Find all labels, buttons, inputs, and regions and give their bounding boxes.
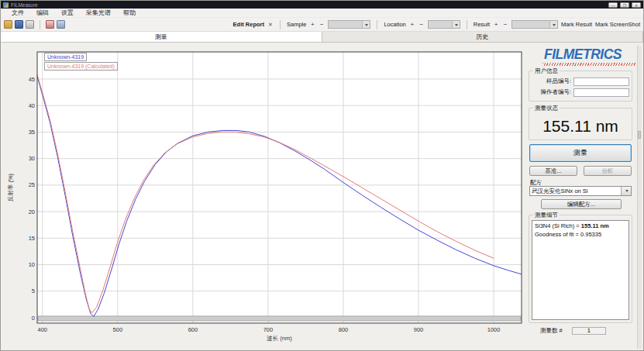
details-thickness-value: 155.11 nm — [581, 222, 609, 229]
thickness-result-value: 155.11 nm — [529, 117, 632, 136]
svg-text:600: 600 — [188, 326, 198, 333]
result-select[interactable] — [511, 20, 558, 29]
operator-number-label: 操作者编号: — [540, 88, 571, 96]
sample-number-input[interactable] — [573, 77, 629, 86]
recipe-selected-value: 武汉光安伦SiNx on Si — [532, 187, 621, 195]
mark-screenshot-button[interactable]: Mark ScreenShot — [595, 21, 640, 28]
svg-text:15: 15 — [29, 235, 35, 242]
svg-text:500: 500 — [113, 326, 123, 333]
legend-measured: Unknown-4319 — [44, 53, 87, 61]
legend-calculated: Unknown-4319 (Calculated) — [44, 62, 118, 71]
filmetrics-logo: FILMETRICS — [527, 46, 639, 63]
measurement-status-group: 测量状态 155.11 nm — [529, 108, 632, 140]
svg-text:700: 700 — [263, 326, 274, 333]
logo-hatch-decoration — [542, 63, 635, 66]
panel-splitter[interactable] — [637, 46, 642, 349]
sample-number-label: 样品编号: — [546, 77, 571, 85]
menu-file[interactable]: 文件 — [5, 9, 30, 17]
tab-measure[interactable]: 测量 — [1, 32, 322, 42]
operator-number-input[interactable] — [573, 88, 629, 97]
print-icon[interactable] — [26, 20, 34, 29]
menu-help[interactable]: 帮助 — [117, 9, 142, 17]
edit-report-close-icon[interactable]: ✕ — [267, 22, 274, 28]
sample-label: Sample — [287, 21, 306, 28]
menu-bar: 文件 编辑 设置 采集光谱 帮助 — [1, 9, 643, 18]
svg-text:20: 20 — [29, 208, 35, 215]
toolbar-separator — [467, 20, 467, 29]
svg-text:10: 10 — [29, 261, 35, 268]
measurement-status-title: 测量状态 — [533, 105, 560, 112]
svg-text:反射率 (%): 反射率 (%) — [7, 173, 14, 201]
svg-text:25: 25 — [29, 181, 35, 188]
location-remove-button[interactable]: − — [418, 21, 425, 28]
svg-text:40: 40 — [29, 102, 35, 109]
toolbar-separator — [377, 20, 377, 29]
sample-add-button[interactable]: + — [309, 21, 315, 28]
user-info-group: 用户信息 样品编号: 操作者编号: — [529, 71, 632, 102]
measurement-count-input[interactable] — [572, 327, 606, 335]
svg-text:400: 400 — [38, 326, 48, 333]
svg-text:800: 800 — [339, 326, 349, 333]
toolbar-separator — [40, 20, 40, 29]
screenshot-icon[interactable] — [57, 20, 65, 29]
spectrum-chart[interactable]: 4005006007008009001000051015202530354045… — [6, 46, 524, 346]
measurement-details-box: Si3N4 (Si Rich) = 155.11 nm Goodness of … — [532, 220, 629, 320]
measurement-details-title: 测量细节 — [533, 212, 560, 219]
svg-text:900: 900 — [414, 326, 424, 333]
analyze-button[interactable]: 分析 — [584, 166, 632, 176]
main-content: 4005006007008009001000051015202530354045… — [1, 43, 643, 351]
svg-text:波长 (nm): 波长 (nm) — [266, 335, 292, 342]
dropdown-arrow-icon — [452, 21, 460, 28]
chart-zoom-scrollbar[interactable] — [38, 317, 521, 322]
toolbar: Edit Report ✕ Sample + − Location + − Re… — [1, 18, 643, 31]
close-button[interactable]: ✕ — [632, 2, 641, 8]
baseline-button[interactable]: 基准... — [529, 166, 577, 176]
minimize-button[interactable]: — — [608, 2, 618, 8]
measurement-count-label: 测量数 # — [540, 327, 563, 335]
menu-settings[interactable]: 设置 — [55, 9, 80, 17]
splitter-grip-icon — [638, 131, 641, 139]
dropdown-arrow-icon — [549, 21, 557, 28]
location-label: Location — [384, 21, 405, 28]
window-title: FILMeasure — [11, 2, 606, 8]
mark-result-button[interactable]: Mark Result — [561, 21, 592, 28]
svg-text:30: 30 — [29, 155, 35, 162]
chart-canvas[interactable]: 4005006007008009001000051015202530354045… — [6, 46, 524, 346]
toolbar-separator — [280, 20, 281, 29]
save-icon[interactable] — [15, 20, 23, 29]
menu-acquire-spectrum[interactable]: 采集光谱 — [80, 9, 117, 17]
filmeasure-window: FILMeasure — ❐ ✕ 文件 编辑 设置 采集光谱 帮助 Edit R… — [0, 0, 644, 351]
svg-text:1000: 1000 — [487, 326, 501, 333]
tab-bar: 测量 历史 — [1, 31, 643, 43]
result-add-button[interactable]: + — [493, 21, 499, 28]
chart-legend: Unknown-4319 Unknown-4319 (Calculated) — [44, 53, 118, 71]
result-remove-button[interactable]: − — [502, 21, 508, 28]
measurement-panel: FILMETRICS 用户信息 样品编号: 操作者编号: 测量状态 155.11… — [527, 46, 639, 348]
edit-recipe-button[interactable]: 编辑配方... — [541, 199, 622, 209]
result-label: Result — [474, 21, 490, 28]
svg-text:0: 0 — [32, 315, 35, 322]
dropdown-arrow-icon — [362, 21, 370, 28]
restore-button[interactable]: ❐ — [620, 2, 629, 8]
svg-text:5: 5 — [32, 287, 35, 294]
svg-text:45: 45 — [29, 76, 35, 83]
recipe-select[interactable]: 武汉光安伦SiNx on Si — [529, 186, 632, 196]
location-add-button[interactable]: + — [409, 21, 415, 28]
svg-text:35: 35 — [29, 129, 35, 136]
edit-report-button[interactable]: Edit Report — [233, 21, 264, 28]
app-icon — [3, 2, 9, 8]
dropdown-arrow-icon[interactable] — [621, 187, 631, 195]
sample-remove-button[interactable]: − — [319, 21, 325, 28]
open-icon[interactable] — [4, 20, 12, 29]
measure-button[interactable]: 测量 — [529, 144, 632, 162]
details-layer-label: Si3N4 (Si Rich) = — [535, 222, 581, 229]
location-select[interactable] — [428, 20, 460, 29]
sample-select[interactable] — [328, 20, 370, 29]
menu-edit[interactable]: 编辑 — [30, 9, 55, 17]
spectrum-icon[interactable] — [46, 20, 54, 29]
details-thickness-line: Si3N4 (Si Rich) = 155.11 nm — [535, 222, 626, 231]
tab-history[interactable]: 历史 — [322, 32, 644, 42]
user-info-title: 用户信息 — [533, 67, 560, 74]
details-goodness-of-fit: Goodness of fit = 0.95335 — [535, 231, 626, 239]
title-bar: FILMeasure — ❐ ✕ — [1, 1, 643, 9]
